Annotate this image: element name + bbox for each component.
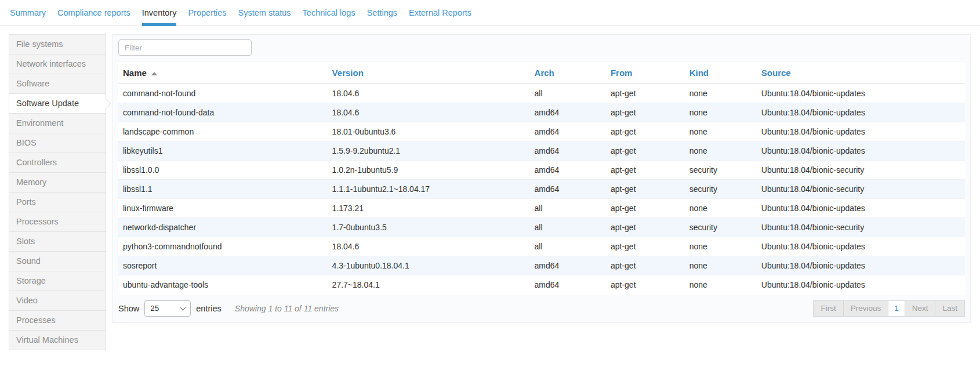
table-cell: linux-firmware (118, 199, 328, 218)
table-cell: security (685, 180, 757, 199)
package-table: NameVersionArchFromKindSource command-no… (118, 61, 965, 295)
tab-system-status[interactable]: System status (238, 0, 291, 26)
tab-settings[interactable]: Settings (367, 0, 397, 26)
table-cell: none (685, 237, 757, 256)
tab-summary[interactable]: Summary (10, 0, 46, 26)
content-area: File systemsNetwork interfacesSoftwareSo… (0, 26, 980, 350)
table-row[interactable]: networkd-dispatcher1.7-0ubuntu3.5allapt-… (118, 218, 965, 237)
column-label: From (611, 68, 633, 78)
sidebar-item-memory[interactable]: Memory (9, 172, 106, 193)
table-cell: libssl1.0.0 (118, 161, 328, 180)
table-cell: 1.5.9-9.2ubuntu2.1 (328, 142, 530, 161)
table-cell: amd64 (530, 122, 606, 142)
table-cell: amd64 (530, 256, 606, 275)
sidebar-item-controllers[interactable]: Controllers (9, 153, 106, 173)
table-cell: all (530, 199, 606, 218)
column-header-source[interactable]: Source (757, 61, 965, 84)
table-cell: none (685, 256, 757, 275)
table-cell: apt-get (606, 218, 685, 237)
table-cell: none (685, 103, 757, 122)
table-cell: 1.1.1-1ubuntu2.1~18.04.17 (328, 180, 530, 199)
show-label: Show (118, 304, 139, 313)
table-cell: amd64 (530, 142, 606, 161)
sidebar: File systemsNetwork interfacesSoftwareSo… (9, 34, 106, 350)
sidebar-item-processes[interactable]: Processes (9, 310, 106, 331)
table-cell: 1.0.2n-1ubuntu5.9 (328, 161, 530, 180)
sidebar-item-ports[interactable]: Ports (9, 192, 106, 212)
table-cell: apt-get (606, 275, 685, 295)
previous-page-button[interactable]: Previous (843, 300, 889, 317)
current-page-button[interactable]: 1 (888, 300, 905, 317)
table-row[interactable]: sosreport4.3-1ubuntu0.18.04.1amd64apt-ge… (118, 256, 965, 275)
table-cell: 27.7~18.04.1 (328, 275, 530, 295)
table-cell: none (685, 275, 757, 295)
filter-input[interactable] (118, 39, 252, 56)
sidebar-item-processors[interactable]: Processors (9, 212, 106, 232)
column-header-from[interactable]: From (606, 61, 685, 84)
next-page-button[interactable]: Next (905, 300, 936, 317)
sidebar-item-file-systems[interactable]: File systems (9, 34, 106, 55)
column-label: Arch (535, 68, 554, 78)
entries-label: entries (196, 304, 222, 313)
tab-technical-logs[interactable]: Technical logs (303, 0, 355, 26)
table-cell: Ubuntu:18.04/bionic-updates (757, 122, 965, 142)
table-row[interactable]: command-not-found-data18.04.6amd64apt-ge… (118, 103, 965, 122)
sidebar-item-software-update[interactable]: Software Update (9, 93, 106, 114)
sidebar-item-bios[interactable]: BIOS (9, 133, 106, 153)
table-cell: apt-get (606, 199, 685, 218)
table-cell: libkeyutils1 (118, 142, 328, 161)
table-cell: apt-get (606, 161, 685, 180)
table-cell: all (530, 84, 606, 103)
page-size-select[interactable]: 25 (144, 300, 191, 317)
table-row[interactable]: command-not-found18.04.6allapt-getnoneUb… (118, 84, 965, 103)
table-cell: Ubuntu:18.04/bionic-updates (757, 84, 965, 103)
table-row[interactable]: libssl1.0.01.0.2n-1ubuntu5.9amd64apt-get… (118, 161, 965, 180)
top-nav: SummaryCompliance reportsInventoryProper… (0, 0, 980, 26)
table-cell: apt-get (606, 180, 685, 199)
first-page-button[interactable]: First (813, 300, 843, 317)
sidebar-item-virtual-machines[interactable]: Virtual Machines (9, 330, 106, 350)
table-cell: sosreport (118, 256, 328, 275)
column-label: Kind (689, 68, 709, 78)
table-cell: none (685, 199, 757, 218)
page-size-select-wrap: 25 (144, 300, 191, 317)
table-cell: 4.3-1ubuntu0.18.04.1 (328, 256, 530, 275)
column-header-arch[interactable]: Arch (530, 61, 606, 84)
table-cell: amd64 (530, 103, 606, 122)
table-cell: Ubuntu:18.04/bionic-updates (757, 142, 965, 161)
table-cell: landscape-common (118, 122, 328, 142)
tab-external-reports[interactable]: External Reports (409, 0, 471, 26)
sidebar-item-software[interactable]: Software (9, 74, 106, 94)
table-cell: apt-get (606, 122, 685, 142)
table-row[interactable]: ubuntu-advantage-tools27.7~18.04.1amd64a… (118, 275, 965, 295)
sidebar-item-network-interfaces[interactable]: Network interfaces (9, 54, 106, 74)
sidebar-item-storage[interactable]: Storage (9, 271, 106, 291)
table-row[interactable]: landscape-common18.01-0ubuntu3.6amd64apt… (118, 122, 965, 142)
sidebar-item-video[interactable]: Video (9, 291, 106, 311)
last-page-button[interactable]: Last (935, 300, 965, 317)
table-cell: command-not-found-data (118, 103, 328, 122)
column-label: Source (761, 68, 791, 78)
table-cell: 18.01-0ubuntu3.6 (328, 122, 530, 142)
table-row[interactable]: libssl1.11.1.1-1ubuntu2.1~18.04.17amd64a… (118, 180, 965, 199)
table-row[interactable]: linux-firmware1.173.21allapt-getnoneUbun… (118, 199, 965, 218)
table-cell: command-not-found (118, 84, 328, 103)
tab-properties[interactable]: Properties (188, 0, 226, 26)
table-cell: 1.7-0ubuntu3.5 (328, 218, 530, 237)
sidebar-item-slots[interactable]: Slots (9, 231, 106, 252)
column-header-kind[interactable]: Kind (685, 61, 757, 84)
column-header-version[interactable]: Version (328, 61, 530, 84)
tab-inventory[interactable]: Inventory (142, 0, 177, 26)
table-cell: apt-get (606, 237, 685, 256)
sidebar-item-sound[interactable]: Sound (9, 251, 106, 271)
table-cell: Ubuntu:18.04/bionic-security (757, 218, 965, 237)
tab-compliance-reports[interactable]: Compliance reports (57, 0, 130, 26)
sidebar-item-environment[interactable]: Environment (9, 113, 106, 133)
table-cell: 18.04.6 (328, 237, 530, 256)
table-cell: 1.173.21 (328, 199, 530, 218)
table-cell: apt-get (606, 256, 685, 275)
table-cell: none (685, 122, 757, 142)
table-row[interactable]: libkeyutils11.5.9-9.2ubuntu2.1amd64apt-g… (118, 142, 965, 161)
column-header-name[interactable]: Name (118, 61, 328, 84)
table-row[interactable]: python3-commandnotfound18.04.6allapt-get… (118, 237, 965, 256)
